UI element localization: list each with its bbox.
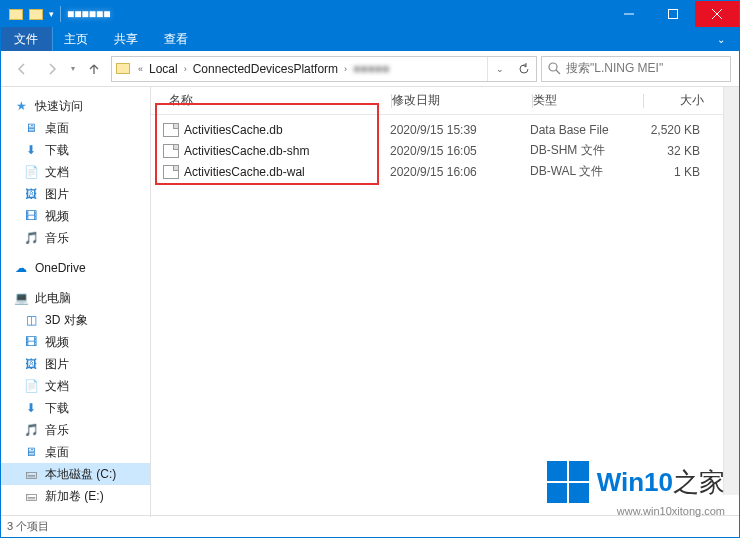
column-headers: 名称 修改日期 类型 大小 — [151, 87, 739, 115]
col-date[interactable]: 修改日期 — [392, 92, 532, 109]
star-icon: ★ — [13, 98, 29, 114]
app-icon — [9, 9, 23, 20]
ribbon-expand-icon[interactable]: ⌄ — [703, 27, 739, 51]
breadcrumb-chevron-icon[interactable]: « — [134, 64, 147, 74]
file-view: 名称 修改日期 类型 大小 ActivitiesCache.db 2020/9/… — [151, 87, 739, 517]
cube-icon: ◫ — [23, 312, 39, 328]
sidebar-edrive[interactable]: 🖴新加卷 (E:) — [1, 485, 150, 507]
file-list: ActivitiesCache.db 2020/9/15 15:39 Data … — [151, 115, 739, 182]
sidebar-documents[interactable]: 📄文档 — [1, 161, 150, 183]
sidebar-downloads[interactable]: ⬇下载 — [1, 139, 150, 161]
watermark: Win10之家 www.win10xitong.com — [547, 461, 725, 517]
search-icon — [548, 62, 561, 75]
forward-button[interactable] — [39, 56, 65, 82]
nav-pane: ★快速访问 🖥桌面 ⬇下载 📄文档 🖼图片 🎞视频 🎵音乐 ☁OneDrive … — [1, 87, 151, 517]
cloud-icon: ☁ — [13, 260, 29, 276]
download-icon: ⬇ — [23, 142, 39, 158]
file-row[interactable]: ActivitiesCache.db-shm 2020/9/15 16:05 D… — [151, 140, 739, 161]
sidebar-music[interactable]: 🎵音乐 — [1, 419, 150, 441]
pc-icon: 💻 — [13, 290, 29, 306]
address-folder-icon — [116, 63, 130, 74]
sidebar-downloads[interactable]: ⬇下载 — [1, 397, 150, 419]
vertical-scrollbar[interactable] — [723, 87, 739, 495]
svg-rect-1 — [669, 10, 678, 19]
explorer-window: ▾ ■■■■■■ 文件 主页 共享 查看 ⌄ ▾ — [0, 0, 740, 538]
picture-icon: 🖼 — [23, 186, 39, 202]
music-icon: 🎵 — [23, 230, 39, 246]
video-icon: 🎞 — [23, 334, 39, 350]
minimize-button[interactable] — [607, 1, 651, 27]
item-count: 3 个项目 — [7, 519, 49, 534]
qat-dropdown-icon[interactable]: ▾ — [49, 9, 54, 19]
sidebar-quick-access[interactable]: ★快速访问 — [1, 95, 150, 117]
up-button[interactable] — [81, 56, 107, 82]
desktop-icon: 🖥 — [23, 120, 39, 136]
close-button[interactable] — [695, 1, 739, 27]
address-dropdown-icon[interactable]: ⌄ — [488, 57, 512, 81]
desktop-icon: 🖥 — [23, 444, 39, 460]
file-icon — [163, 144, 179, 158]
document-icon: 📄 — [23, 164, 39, 180]
file-icon — [163, 123, 179, 137]
search-placeholder: 搜索"L.NING MEI" — [566, 60, 663, 77]
music-icon: 🎵 — [23, 422, 39, 438]
back-button[interactable] — [9, 56, 35, 82]
col-size[interactable]: 大小 — [644, 92, 714, 109]
breadcrumb-chevron-icon[interactable]: › — [180, 64, 191, 74]
picture-icon: 🖼 — [23, 356, 39, 372]
file-row[interactable]: ActivitiesCache.db 2020/9/15 15:39 Data … — [151, 119, 739, 140]
maximize-button[interactable] — [651, 1, 695, 27]
sidebar-videos[interactable]: 🎞视频 — [1, 205, 150, 227]
sidebar-thispc[interactable]: 💻此电脑 — [1, 287, 150, 309]
address-bar[interactable]: « Local › ConnectedDevicesPlatform › ■■■… — [111, 56, 537, 82]
titlebar-divider — [60, 6, 61, 22]
status-bar: 3 个项目 — [1, 515, 739, 537]
navigation-bar: ▾ « Local › ConnectedDevicesPlatform › ■… — [1, 51, 739, 87]
sidebar-pictures[interactable]: 🖼图片 — [1, 353, 150, 375]
file-icon — [163, 165, 179, 179]
watermark-url: www.win10xitong.com — [547, 505, 725, 517]
history-dropdown-icon[interactable]: ▾ — [69, 64, 77, 73]
search-box[interactable]: 搜索"L.NING MEI" — [541, 56, 731, 82]
download-icon: ⬇ — [23, 400, 39, 416]
col-name[interactable]: 名称 — [151, 92, 391, 109]
tab-home[interactable]: 主页 — [51, 27, 101, 51]
refresh-button[interactable] — [512, 57, 536, 81]
window-title: ■■■■■■ — [67, 7, 111, 21]
file-row[interactable]: ActivitiesCache.db-wal 2020/9/15 16:06 D… — [151, 161, 739, 182]
tab-view[interactable]: 查看 — [151, 27, 201, 51]
svg-line-5 — [556, 70, 560, 74]
windows-logo-icon — [547, 461, 589, 503]
breadcrumb-chevron-icon[interactable]: › — [340, 64, 351, 74]
sidebar-videos[interactable]: 🎞视频 — [1, 331, 150, 353]
sidebar-cdrive[interactable]: 🖴本地磁盘 (C:) — [1, 463, 150, 485]
video-icon: 🎞 — [23, 208, 39, 224]
sidebar-desktop[interactable]: 🖥桌面 — [1, 441, 150, 463]
content-area: ★快速访问 🖥桌面 ⬇下载 📄文档 🖼图片 🎞视频 🎵音乐 ☁OneDrive … — [1, 87, 739, 517]
col-type[interactable]: 类型 — [533, 92, 643, 109]
drive-icon: 🖴 — [23, 466, 39, 482]
drive-icon: 🖴 — [23, 488, 39, 504]
tab-file[interactable]: 文件 — [1, 27, 51, 51]
sidebar-documents[interactable]: 📄文档 — [1, 375, 150, 397]
sidebar-3dobjects[interactable]: ◫3D 对象 — [1, 309, 150, 331]
titlebar: ▾ ■■■■■■ — [1, 1, 739, 27]
breadcrumb-segment-obscured[interactable]: ■■■■■ — [351, 62, 391, 76]
breadcrumb-segment[interactable]: Local — [147, 62, 180, 76]
sidebar-onedrive[interactable]: ☁OneDrive — [1, 257, 150, 279]
svg-point-4 — [549, 63, 557, 71]
quickaccess-icon[interactable] — [29, 9, 43, 20]
ribbon-tabs: 文件 主页 共享 查看 ⌄ — [1, 27, 739, 51]
sidebar-desktop[interactable]: 🖥桌面 — [1, 117, 150, 139]
tab-share[interactable]: 共享 — [101, 27, 151, 51]
sidebar-pictures[interactable]: 🖼图片 — [1, 183, 150, 205]
sidebar-music[interactable]: 🎵音乐 — [1, 227, 150, 249]
document-icon: 📄 — [23, 378, 39, 394]
breadcrumb-segment[interactable]: ConnectedDevicesPlatform — [191, 62, 340, 76]
